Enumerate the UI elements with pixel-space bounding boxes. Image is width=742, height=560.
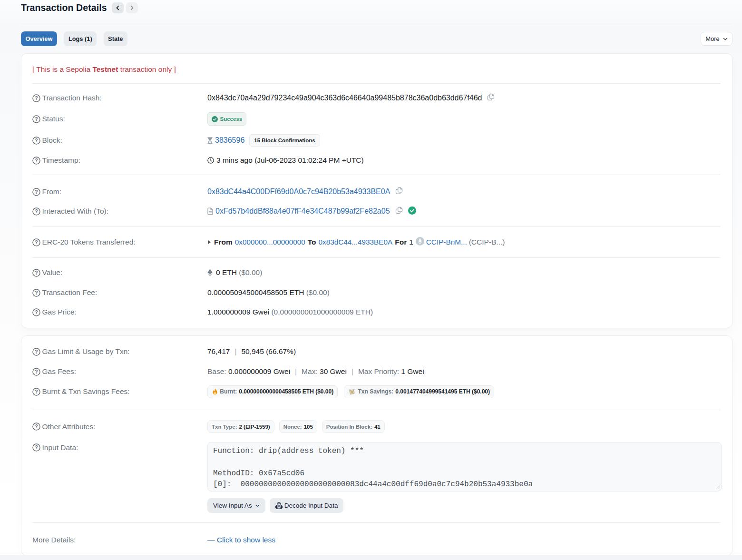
svg-text:?: ?: [35, 96, 38, 101]
svg-text:?: ?: [35, 270, 38, 275]
svg-text:?: ?: [35, 117, 38, 122]
svg-text:?: ?: [35, 158, 38, 163]
svg-text:?: ?: [35, 349, 38, 354]
svg-text:?: ?: [35, 424, 38, 429]
svg-text:?: ?: [35, 369, 38, 374]
svg-text:?: ?: [35, 389, 38, 394]
svg-text:?: ?: [35, 310, 38, 315]
svg-text:?: ?: [35, 138, 38, 143]
svg-text:?: ?: [35, 189, 38, 195]
svg-text:?: ?: [35, 445, 38, 450]
svg-text:?: ?: [35, 240, 38, 245]
svg-text:?: ?: [35, 209, 38, 214]
svg-text:?: ?: [35, 290, 38, 295]
